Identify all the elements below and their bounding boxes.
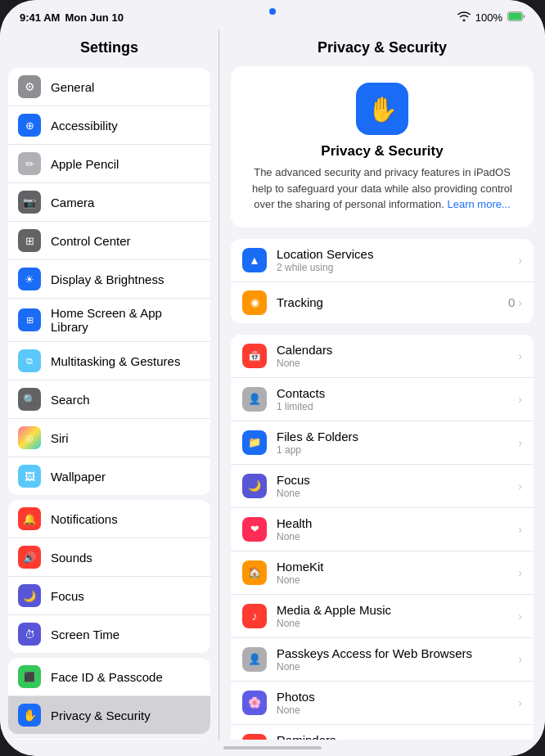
location-services-subtitle: 2 while using [277,262,518,273]
media-music-subtitle: None [277,618,518,629]
sidebar-item-label: Apple Pencil [51,157,200,171]
sidebar-item-label: Sounds [51,551,200,565]
hero-card: ✋ Privacy & Security The advanced securi… [231,66,534,227]
notifications-icon: 🔔 [18,507,41,530]
accessibility-icon: ⊕ [18,114,41,137]
siri-icon: ◎ [18,426,41,449]
battery-icon [507,10,525,25]
sidebar-item-general[interactable]: ⚙ General [8,68,210,106]
passkeys-label: Passkeys Access for Web Browsers [277,646,518,660]
sidebar-item-label: Display & Brightness [51,272,200,286]
tracking-row[interactable]: ◉ Tracking 0 › [231,282,534,323]
sidebar-item-screen-time[interactable]: ⏱ Screen Time [8,615,210,653]
sidebar-item-siri[interactable]: ◎ Siri [8,419,210,457]
status-date: Mon Jun 10 [65,11,124,24]
contacts-label: Contacts [277,386,518,400]
chevron-icon: › [518,610,522,623]
multitasking-icon: ⧉ [18,349,41,372]
hero-description: The advanced security and privacy featur… [247,164,517,213]
media-music-label: Media & Apple Music [277,603,518,617]
passkeys-subtitle: None [277,661,518,673]
svg-rect-1 [509,13,522,20]
sidebar-item-apple-pencil[interactable]: ✏ Apple Pencil [8,145,210,183]
search-icon: 🔍 [18,388,41,411]
chevron-icon: › [518,436,522,449]
learn-more-link[interactable]: Learn more... [447,198,510,210]
chevron-icon: › [518,523,522,536]
sounds-icon: 🔊 [18,546,41,569]
chevron-icon: › [518,393,522,406]
calendars-row[interactable]: 📅 Calendars None › [231,335,534,378]
photos-subtitle: None [277,704,518,716]
wallpaper-icon: 🖼 [18,465,41,488]
media-music-row[interactable]: ♪ Media & Apple Music None › [231,595,534,638]
homekit-subtitle: None [277,574,518,586]
homekit-icon: 🏠 [242,560,267,585]
sidebar-item-label: Camera [51,196,200,209]
chevron-icon: › [518,296,522,309]
home-indicator [0,740,545,756]
passkeys-row[interactable]: 👤 Passkeys Access for Web Browsers None … [231,638,534,682]
sidebar-item-control-center[interactable]: ⊞ Control Center [8,222,210,260]
sidebar-item-privacy[interactable]: ✋ Privacy & Security [8,696,210,734]
sidebar-group-3: ⬛ Face ID & Passcode ✋ Privacy & Securit… [8,658,210,734]
sidebar-item-notifications[interactable]: 🔔 Notifications [8,500,210,538]
health-subtitle: None [277,531,518,542]
reminders-row[interactable]: ☰ Reminders None › [231,725,534,740]
display-icon: ☀ [18,268,41,290]
sidebar-item-label: Search [51,393,200,407]
files-folders-row[interactable]: 📁 Files & Folders 1 app › [231,421,534,465]
sidebar-item-search[interactable]: 🔍 Search [8,380,210,419]
homekit-row[interactable]: 🏠 HomeKit None › [231,551,534,595]
sidebar-item-multitasking[interactable]: ⧉ Multitasking & Gestures [8,342,210,380]
sidebar-item-sounds[interactable]: 🔊 Sounds [8,538,210,577]
health-row[interactable]: ❤ Health None › [231,508,534,551]
sidebar-item-display[interactable]: ☀ Display & Brightness [8,260,210,299]
sidebar-item-label: Notifications [51,512,200,526]
reminders-icon: ☰ [242,734,267,740]
hero-icon: ✋ [356,83,408,135]
focus-privacy-icon: 🌙 [242,474,267,498]
chevron-icon: › [518,254,522,267]
homekit-label: HomeKit [277,560,518,574]
chevron-icon: › [518,349,522,362]
sidebar-item-label: Multitasking & Gestures [51,354,200,368]
sidebar-item-wallpaper[interactable]: 🖼 Wallpaper [8,457,210,495]
home-screen-icon: ⊞ [18,308,41,331]
sidebar-item-camera[interactable]: 📷 Camera [8,183,210,222]
sidebar-item-label: Wallpaper [51,470,200,484]
health-icon: ❤ [242,517,267,542]
media-music-icon: ♪ [242,604,267,628]
location-services-icon: ▲ [242,248,267,272]
control-center-icon: ⊞ [18,229,41,252]
tracking-label: Tracking [277,295,508,309]
photos-icon: 🌸 [242,691,267,715]
location-services-row[interactable]: ▲ Location Services 2 while using › [231,239,534,282]
sidebar-item-label: Home Screen & App Library [51,306,200,334]
apps-group: 📅 Calendars None › 👤 Contacts 1 limited … [231,335,534,740]
passkeys-icon: 👤 [242,647,267,672]
sidebar-item-face-id[interactable]: ⬛ Face ID & Passcode [8,658,210,696]
contacts-row[interactable]: 👤 Contacts 1 limited › [231,378,534,421]
photos-row[interactable]: 🌸 Photos None › [231,682,534,725]
sidebar-title: Settings [0,29,218,63]
wifi-icon [457,10,471,25]
hero-title: Privacy & Security [321,143,443,160]
focus-row[interactable]: 🌙 Focus None › [231,465,534,508]
tracking-count: 0 [508,295,515,309]
home-bar [223,746,322,749]
status-time: 9:41 AM [20,11,60,24]
focus-subtitle: None [277,488,518,499]
general-icon: ⚙ [18,75,41,98]
sidebar-item-accessibility[interactable]: ⊕ Accessibility [8,106,210,145]
screen-time-icon: ⏱ [18,623,41,646]
camera-icon: 📷 [18,191,41,214]
chevron-icon: › [518,566,522,579]
location-services-right: › [518,254,522,267]
status-bar: 9:41 AM Mon Jun 10 100% [0,0,545,29]
sidebar-item-home-screen[interactable]: ⊞ Home Screen & App Library [8,299,210,342]
chevron-icon: › [518,653,522,666]
sidebar-item-label: Control Center [51,234,200,248]
sidebar-item-focus[interactable]: 🌙 Focus [8,577,210,615]
focus-label: Focus [277,473,518,487]
